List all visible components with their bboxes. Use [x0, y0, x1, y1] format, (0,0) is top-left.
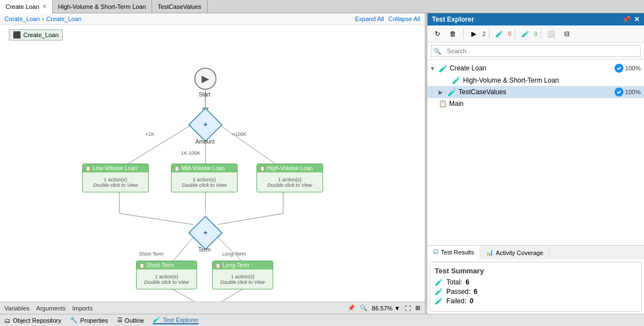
breadcrumb: Create_Loan › Create_Loan Expand All Col…: [0, 13, 425, 25]
grid-icon[interactable]: ⊞: [415, 304, 420, 312]
flask-red-badge: 0: [509, 31, 512, 37]
tree-item-high-volume-st[interactable]: 🧪 High-Volume & Short-Term Loan: [427, 74, 644, 86]
flask-failed-icon: 🧪: [435, 297, 443, 305]
check-icon: ☑: [433, 248, 439, 256]
create-loan-label: Create Loan: [450, 64, 612, 72]
flask-icon-hvst: 🧪: [452, 76, 461, 84]
tab-create-loan[interactable]: Create Loan ✕: [0, 0, 53, 13]
create-loan-circle: [615, 64, 623, 73]
failed-label: Failed:: [446, 297, 466, 305]
expand-arrow-create-loan[interactable]: ▼: [430, 65, 436, 72]
long-term-edge-label: Long-Term: [222, 251, 246, 257]
flask-green-button[interactable]: 🧪: [519, 28, 532, 40]
test-explorer-header: Test Explorer 📌 ✕: [427, 13, 644, 26]
breadcrumb-item-2[interactable]: Create_Loan: [46, 16, 82, 22]
tab-test-results[interactable]: ☑ Test Results: [427, 246, 480, 259]
diagram-bottom-bar: Variables Arguments Imports 📌 🔍 86.57% ▼…: [0, 302, 425, 314]
mid-volume-dbl: Double click to View: [182, 182, 227, 188]
tree-item-main[interactable]: 📋 Main: [427, 98, 644, 109]
diagram-title-box: ⬛ Create_Loan: [9, 29, 63, 40]
expand-all-button[interactable]: Expand All: [355, 16, 384, 22]
start-node: ▶: [194, 68, 217, 90]
failed-value: 0: [470, 297, 474, 305]
flask-total-icon: 🧪: [435, 278, 443, 286]
tab-testcasevalues[interactable]: TestCaseValues: [152, 0, 208, 13]
test-summary-content: Test Summary 🧪 Total: 6 🧪 Passed: 6 🧪 Fa…: [430, 262, 642, 312]
summary-passed-row: 🧪 Passed: 6: [435, 288, 637, 296]
test-explorer-item[interactable]: 🧪 Test Explorer: [153, 316, 198, 324]
te-tab-bar: ☑ Test Results 📊 Activity Coverage: [427, 246, 644, 259]
filter-button[interactable]: ⊟: [560, 28, 573, 40]
high-volume-action: 1 action(s): [278, 177, 301, 182]
zoom-value: 86.57%: [372, 305, 393, 312]
less1k-label: <1K: [145, 131, 154, 137]
long-term-node[interactable]: 📋 Long-Term 1 action(s) Double click to …: [212, 261, 273, 289]
create-loan-pct: 100%: [625, 65, 641, 72]
imports-link[interactable]: Imports: [72, 305, 93, 312]
high-volume-label: High-Volume Loan: [267, 165, 313, 171]
long-term-dbl: Double click to View: [220, 279, 265, 285]
short-term-edge-label: Short-Term: [139, 251, 164, 257]
total-value: 6: [466, 278, 470, 286]
diagram-canvas[interactable]: ⬛ Create_Loan ▶ Start ✦ Amount: [0, 25, 425, 302]
object-repository-item[interactable]: 🗂 Object Repository: [4, 317, 61, 324]
tree-item-create-loan[interactable]: ▼ 🧪 Create Loan 100%: [427, 62, 644, 74]
short-term-dbl: Double click to View: [144, 279, 189, 285]
pin-header-icon[interactable]: 📌: [622, 16, 631, 23]
object-repository-label[interactable]: Object Repository: [13, 317, 61, 324]
tree-item-testcasevalues[interactable]: ▶ 🧪 TestCaseValues 100%: [427, 86, 644, 98]
properties-item[interactable]: 🔧 Properties: [70, 317, 108, 324]
short-term-node[interactable]: 📋 Short-Term 1 action(s) Double click to…: [136, 261, 197, 289]
test-summary-title: Test Summary: [435, 267, 637, 275]
chart-icon: 📊: [486, 249, 494, 256]
expand-arrow-tcv[interactable]: ▶: [439, 89, 445, 95]
pin-icon: 📌: [348, 304, 355, 312]
tab-label: TestCaseValues: [158, 3, 202, 10]
properties-label[interactable]: Properties: [80, 317, 108, 324]
tab-high-volume[interactable]: High-Volume & Short-Term Loan: [53, 0, 152, 13]
activity-coverage-label: Activity Coverage: [496, 249, 544, 256]
zoom-dropdown-icon[interactable]: ▼: [394, 305, 400, 312]
run-button[interactable]: ▶: [467, 28, 480, 40]
passed-label: Passed:: [446, 288, 470, 296]
low-volume-loan-node[interactable]: 📋 Low-Volume Loan 1 action(s) Double cli…: [82, 164, 149, 192]
flask-passed-icon: 🧪: [435, 288, 443, 296]
low-volume-action: 1 action(s): [104, 177, 127, 182]
te-bottom-tabs: ☑ Test Results 📊 Activity Coverage Test …: [427, 245, 644, 314]
delete-button[interactable]: 🗑: [446, 28, 460, 40]
refresh-button[interactable]: ↻: [431, 28, 444, 40]
search-icon[interactable]: 🔍: [360, 304, 368, 312]
flask-green-badge: 0: [534, 31, 537, 37]
outline-label[interactable]: Outline: [125, 317, 144, 324]
total-label: Total:: [446, 278, 462, 286]
collapse-all-button[interactable]: Collapse All: [389, 16, 420, 22]
mid-volume-loan-node[interactable]: 📋 Mid-Volume Loan 1 action(s) Double cli…: [171, 164, 238, 192]
window-button[interactable]: ⬜: [545, 28, 558, 40]
close-te-icon[interactable]: ✕: [634, 16, 640, 23]
flask-red-button[interactable]: 🧪: [493, 28, 506, 40]
range1k100k-label: 1K-100K: [181, 150, 200, 156]
breadcrumb-item-1[interactable]: Create_Loan: [4, 16, 40, 22]
outline-item[interactable]: ☰ Outline: [117, 317, 144, 324]
short-term-header: 📋 Short-Term: [137, 261, 197, 269]
zoom-control[interactable]: 86.57% ▼: [372, 305, 400, 312]
create-loan-badge: 100%: [615, 64, 641, 73]
high-volume-loan-node[interactable]: 📋 High-Volume Loan 1 action(s) Double cl…: [256, 164, 323, 192]
toolbar-separator-2: [489, 29, 490, 39]
te-search-area: 🔍: [427, 43, 644, 60]
svg-line-3: [218, 124, 283, 169]
tab-activity-coverage[interactable]: 📊 Activity Coverage: [480, 246, 550, 259]
te-bottom-label[interactable]: Test Explorer: [163, 317, 198, 323]
close-icon[interactable]: ✕: [42, 3, 47, 9]
search-input[interactable]: [444, 47, 638, 55]
amount-label: Amount: [195, 139, 214, 145]
fit-icon[interactable]: ⛶: [405, 305, 411, 312]
flask-icon-create-loan: 🧪: [439, 64, 447, 73]
properties-icon: 🔧: [70, 317, 78, 324]
summary-total-row: 🧪 Total: 6: [435, 278, 637, 286]
variables-link[interactable]: Variables: [4, 305, 29, 312]
arguments-link[interactable]: Arguments: [36, 305, 66, 312]
test-results-label: Test Results: [441, 249, 474, 256]
low-volume-label: Low-Volume Loan: [93, 165, 137, 171]
svg-line-12: [211, 288, 244, 302]
